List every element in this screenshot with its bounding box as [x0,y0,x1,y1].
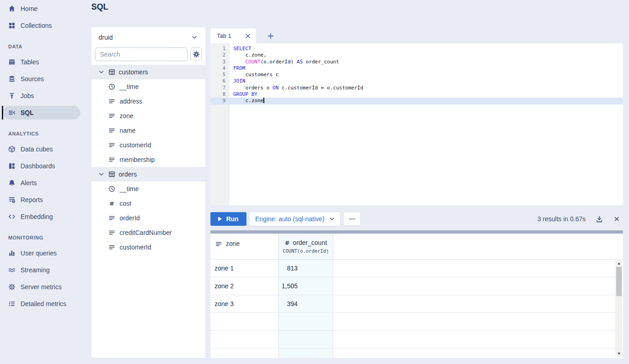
code-line-3[interactable]: 3 COUNT(o.orderId) AS order_count [210,59,623,65]
server-metrics-icon [8,283,16,291]
sidebar-item-data-cubes[interactable]: Data cubes [3,142,80,156]
code-line-8[interactable]: 8GROUP BY [210,91,623,98]
cell-order-count[interactable]: 1,505 [279,277,333,295]
tree-table-label: customers [119,68,148,76]
sidebar-item-label: Tables [21,58,39,66]
scrollbar-up-button[interactable] [615,260,622,266]
tree-column-label: customerId [120,244,151,251]
code-line-text: c.zone, [230,52,623,58]
cell-zone[interactable]: zone 2 [210,277,279,295]
sources-icon [8,75,16,83]
tree-column--time[interactable]: __time [91,182,205,196]
tree-column-creditcardnumber[interactable]: creditCardNumber [91,225,205,240]
hash-icon: # [108,200,115,207]
schema-panel: druid customers__timeaddresszonenamecust… [91,27,205,358]
sidebar-item-label: Server metrics [21,283,62,291]
close-results-button[interactable] [611,213,622,224]
sidebar-item-jobs[interactable]: Jobs [3,89,80,103]
table-icon [108,171,115,178]
sidebar-item-server-metrics[interactable]: Server metrics [3,280,80,294]
schema-settings-button[interactable] [190,47,202,61]
tree-column-name[interactable]: name [91,123,205,138]
close-tab-icon[interactable] [244,32,252,40]
tree-column-address[interactable]: address [91,94,205,109]
play-icon [218,217,222,221]
splitter-handle[interactable] [210,230,623,234]
cell-zone [210,313,279,330]
sidebar-item-home[interactable]: Home [3,2,80,16]
cell-empty [333,277,623,295]
clock-icon [108,185,115,192]
code-line-5[interactable]: 5 customers c [210,72,623,78]
editor-tab-bar: Tab 1 [210,28,278,43]
indent-guide [244,85,244,91]
cell-order-count[interactable]: 394 [279,295,333,312]
sql-editor[interactable]: 1SELECT2 c.zone,3 COUNT(o.orderId) AS or… [210,43,623,205]
tree-column-orderid[interactable]: orderId [91,211,205,225]
cell-order-count [279,331,333,348]
sidebar-item-sql[interactable]: SQL [3,106,80,120]
cell-zone[interactable]: zone 1 [210,260,279,277]
sidebar-item-dashboards[interactable]: Dashboards [3,159,80,173]
chevron-down-icon [98,68,105,76]
user-queries-icon [8,250,16,257]
code-line-2[interactable]: 2 c.zone, [210,52,623,58]
table-icon [108,68,115,76]
sidebar-item-embedding[interactable]: Embedding [3,210,80,224]
column-header-zone[interactable]: zone [210,234,279,259]
sidebar-item-user-queries[interactable]: User queries [3,246,80,260]
tree-column-membership[interactable]: membership [91,152,205,167]
sidebar-item-alerts[interactable]: Alerts [3,176,80,190]
download-results-button[interactable] [594,213,605,224]
code-line-1[interactable]: 1SELECT [210,46,623,52]
source-select[interactable]: druid [95,30,202,45]
cell-zone[interactable]: zone 3 [210,295,279,312]
cell-empty [333,348,623,358]
scrollbar-track[interactable] [615,266,622,350]
search-input[interactable] [95,47,188,61]
code-line-7[interactable]: 7 orders o ON c.customerId = o.customerI… [210,85,623,91]
sidebar-item-tables[interactable]: Tables [3,55,80,69]
code-line-4[interactable]: 4FROM [210,65,623,72]
code-line-9[interactable]: 9 c.zone [210,98,623,104]
new-tab-button[interactable] [263,28,278,43]
streaming-icon [8,266,16,274]
tree-column-zone[interactable]: zone [91,109,205,123]
scrollbar-thumb[interactable] [616,267,622,296]
sidebar-item-label: Jobs [21,92,34,99]
code-line-text: customers c [230,72,623,78]
sidebar-item-reports[interactable]: Reports [3,193,80,207]
code-line-6[interactable]: 6JOIN [210,78,623,84]
code-area[interactable]: 1SELECT2 c.zone,3 COUNT(o.orderId) AS or… [210,46,623,104]
code-line-text: c.zone [230,98,623,104]
cell-order-count[interactable]: 813 [279,260,333,277]
cell-order-count [279,348,333,358]
more-options-button[interactable] [343,212,361,226]
vertical-scrollbar[interactable] [615,260,622,357]
sidebar-section-title: ANALYTICS [8,131,74,136]
sidebar-item-sources[interactable]: Sources [3,72,80,86]
sidebar-item-collections[interactable]: Collections [3,19,80,32]
sidebar-item-label: Data cubes [21,146,53,153]
table-row-empty [210,348,623,358]
tables-icon [8,58,16,66]
tree-column-customerid[interactable]: customerId [91,240,205,255]
number-icon: # [285,240,290,246]
tree-column-cost[interactable]: #cost [91,196,205,211]
query-toolbar: Run Engine: auto (sql-native) 3 results … [210,211,623,227]
run-button[interactable]: Run [210,212,246,226]
column-header-order-count[interactable]: # order_count COUNT(o.orderId) [279,234,333,259]
text-icon [108,156,115,163]
scrollbar-down-button[interactable] [615,350,622,357]
table-row-empty [210,313,623,331]
line-number: 2 [210,52,230,58]
tree-table-orders[interactable]: orders [91,167,205,182]
sidebar-item-detailed-metrics[interactable]: Detailed metrics [3,297,80,311]
tab-1[interactable]: Tab 1 [210,28,256,43]
tree-table-customers[interactable]: customers [91,65,205,79]
tree-column-label: __time [120,83,139,90]
engine-select[interactable]: Engine: auto (sql-native) [249,212,341,226]
sidebar-item-streaming[interactable]: Streaming [3,263,80,277]
tree-column--time[interactable]: __time [91,79,205,94]
tree-column-customerid[interactable]: customerId [91,138,205,152]
